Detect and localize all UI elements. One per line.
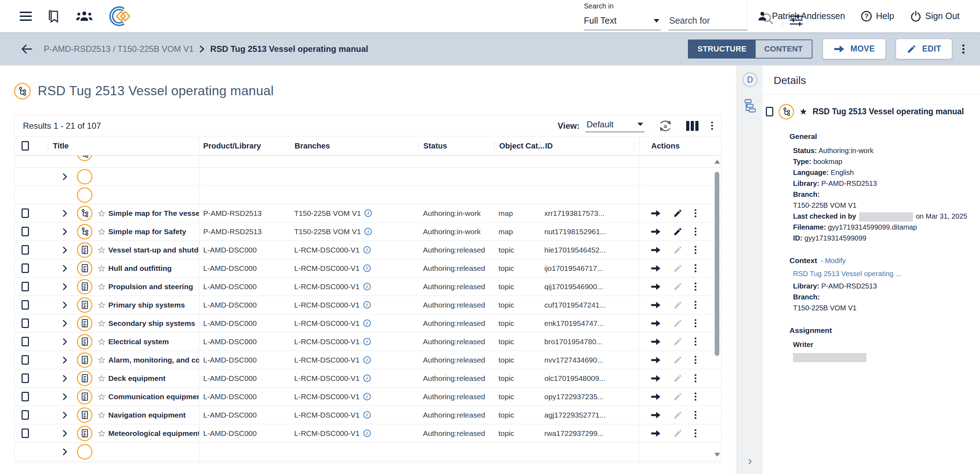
info-icon[interactable]: i <box>363 393 371 400</box>
tree-structure-icon[interactable] <box>743 99 757 113</box>
help-button[interactable]: ? Help <box>861 11 894 22</box>
favorite-star-icon[interactable]: ☆ <box>97 355 105 365</box>
row-title[interactable]: Primary ship systems <box>108 301 185 309</box>
expand-chevron-icon[interactable] <box>62 228 68 235</box>
column-header-branches[interactable]: Branches <box>290 137 418 155</box>
scroll-up-icon[interactable] <box>714 160 720 164</box>
column-header-status[interactable]: Status <box>418 137 494 155</box>
row-checkbox[interactable] <box>22 208 29 218</box>
expand-chevron-icon[interactable] <box>62 393 68 401</box>
edit-button[interactable]: EDIT <box>896 39 952 59</box>
scrollbar-thumb[interactable] <box>715 172 719 356</box>
bookmark-icon[interactable] <box>48 9 60 23</box>
column-header-title[interactable]: Title <box>48 137 199 155</box>
row-checkbox[interactable] <box>22 300 29 310</box>
move-arrow-icon[interactable] <box>651 319 661 328</box>
info-icon[interactable]: i <box>363 283 371 290</box>
favorite-star-icon[interactable]: ☆ <box>97 410 105 420</box>
column-header-product[interactable]: Product/Library <box>199 137 290 155</box>
row-checkbox[interactable] <box>22 428 29 438</box>
row-menu-icon[interactable] <box>695 301 696 309</box>
row-menu-icon[interactable] <box>695 374 696 382</box>
info-icon[interactable]: i <box>363 429 371 437</box>
row-title[interactable]: Electrical system <box>108 337 169 346</box>
row-title[interactable]: Propulsion and steering <box>108 283 193 291</box>
tab-structure[interactable]: STRUCTURE <box>689 40 755 58</box>
row-menu-icon[interactable] <box>695 283 696 291</box>
favorite-star-icon[interactable]: ☆ <box>97 392 105 401</box>
info-icon[interactable]: i <box>363 411 371 418</box>
expand-chevron-icon[interactable] <box>62 429 68 437</box>
row-menu-icon[interactable] <box>695 246 696 254</box>
expand-chevron-icon[interactable] <box>62 301 68 309</box>
row-checkbox[interactable] <box>22 282 29 291</box>
row-title[interactable]: Simple map for The vessel <box>108 209 199 218</box>
row-title[interactable]: Navigation equipment <box>108 411 186 419</box>
favorite-star-icon[interactable]: ☆ <box>97 227 105 236</box>
details-d-icon[interactable]: D <box>743 72 757 87</box>
edit-pencil-icon[interactable] <box>673 374 682 383</box>
breadcrumb[interactable]: P-AMD-RSD2513 / T150-225B VOM V1 <box>44 44 194 54</box>
edit-pencil-icon[interactable] <box>673 264 682 273</box>
move-arrow-icon[interactable] <box>651 209 661 218</box>
info-icon[interactable]: i <box>363 356 371 364</box>
row-checkbox[interactable] <box>22 318 29 328</box>
row-title[interactable]: Communication equipment <box>108 393 199 401</box>
table-menu-icon[interactable] <box>711 122 713 130</box>
row-title[interactable]: Vessel start-up and shutdow <box>108 246 199 254</box>
row-title[interactable]: Deck equipment <box>108 374 165 383</box>
edit-pencil-icon[interactable] <box>673 300 682 310</box>
favorite-star-icon[interactable]: ☆ <box>97 319 105 328</box>
row-menu-icon[interactable] <box>695 319 696 327</box>
auto-translate-refresh-icon[interactable]: a <box>657 119 673 133</box>
edit-pencil-icon[interactable] <box>673 227 682 236</box>
view-select[interactable]: Default <box>585 119 644 132</box>
move-arrow-icon[interactable] <box>651 301 661 309</box>
move-arrow-icon[interactable] <box>651 429 661 438</box>
info-icon[interactable]: i <box>363 375 371 382</box>
move-arrow-icon[interactable] <box>651 411 661 419</box>
expand-chevron-icon[interactable] <box>62 246 68 254</box>
expand-chevron-icon[interactable] <box>62 320 68 327</box>
favorite-star-icon[interactable]: ★ <box>799 107 807 116</box>
move-arrow-icon[interactable] <box>651 356 661 364</box>
modify-link[interactable]: - Modify <box>821 257 846 264</box>
expand-chevron-icon[interactable] <box>62 411 68 419</box>
menu-icon[interactable] <box>20 12 32 21</box>
groups-icon[interactable] <box>76 11 92 22</box>
row-menu-icon[interactable] <box>695 429 696 437</box>
row-checkbox[interactable] <box>22 337 29 346</box>
expand-chevron-icon[interactable] <box>62 264 68 272</box>
row-menu-icon[interactable] <box>695 356 696 364</box>
edit-pencil-icon[interactable] <box>673 392 682 401</box>
row-menu-icon[interactable] <box>695 411 696 419</box>
row-checkbox[interactable] <box>22 227 29 236</box>
favorite-star-icon[interactable]: ☆ <box>97 264 105 273</box>
move-arrow-icon[interactable] <box>651 246 661 254</box>
row-title[interactable]: Meteorological equipment <box>108 429 199 438</box>
edit-pencil-icon[interactable] <box>673 245 682 254</box>
move-arrow-icon[interactable] <box>651 264 661 273</box>
row-checkbox[interactable] <box>22 355 29 365</box>
move-button[interactable]: MOVE <box>823 39 885 59</box>
expand-chevron-icon[interactable] <box>62 338 68 346</box>
row-title[interactable]: Alarm, monitoring, and contr <box>108 356 199 364</box>
row-title[interactable]: Simple map for Safety <box>108 227 186 236</box>
move-arrow-icon[interactable] <box>651 227 661 236</box>
edit-pencil-icon[interactable] <box>673 355 682 365</box>
row-checkbox[interactable] <box>22 264 29 273</box>
scroll-down-icon[interactable] <box>714 453 720 457</box>
context-map-link[interactable]: RSD Tug 2513 Vessel operating ... <box>793 269 980 279</box>
favorite-star-icon[interactable]: ☆ <box>97 337 105 346</box>
user-menu[interactable]: Patrick Andriessen <box>757 11 845 22</box>
expand-chevron-icon[interactable] <box>62 375 68 382</box>
move-arrow-icon[interactable] <box>651 374 661 383</box>
row-checkbox[interactable] <box>22 245 29 254</box>
info-icon[interactable]: i <box>363 338 371 345</box>
row-menu-icon[interactable] <box>695 393 696 401</box>
row-title[interactable]: Secondary ship systems <box>108 319 195 328</box>
column-header-id[interactable]: ID <box>540 137 633 155</box>
app-logo[interactable] <box>109 6 130 27</box>
favorite-star-icon[interactable]: ☆ <box>97 245 105 254</box>
table-scrollbar[interactable] <box>714 156 721 462</box>
